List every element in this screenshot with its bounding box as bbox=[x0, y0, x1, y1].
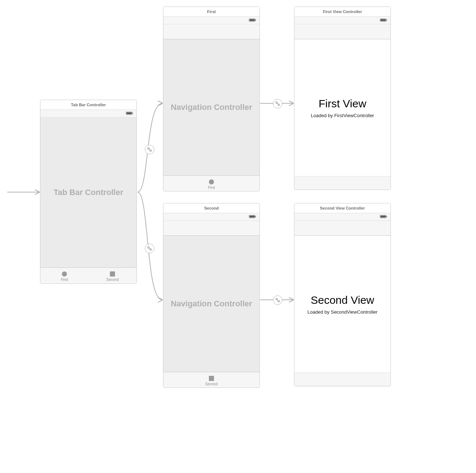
scene-second-view[interactable]: Second View Controller Second View Loade… bbox=[294, 203, 391, 386]
status-bar bbox=[163, 17, 259, 24]
storyboard-canvas[interactable]: Tab Bar Controller Tab Bar Controller Fi… bbox=[0, 0, 476, 473]
circle-icon bbox=[209, 179, 214, 185]
controller-body: Tab Bar Controller bbox=[40, 118, 136, 267]
controller-body: Navigation Controller bbox=[163, 236, 259, 372]
tab-item-second[interactable]: Second bbox=[88, 268, 136, 284]
scene-title: First View Controller bbox=[294, 7, 390, 17]
tab-bar-placeholder bbox=[294, 176, 390, 190]
svg-rect-22 bbox=[255, 20, 256, 21]
battery-icon bbox=[380, 19, 388, 22]
tab-bar: First bbox=[163, 175, 259, 191]
svg-rect-26 bbox=[255, 216, 256, 217]
svg-line-14 bbox=[277, 300, 278, 301]
battery-icon bbox=[380, 215, 388, 219]
svg-rect-33 bbox=[386, 216, 387, 217]
tab-bar-placeholder bbox=[294, 373, 390, 386]
svg-line-5 bbox=[149, 149, 150, 150]
view-body: First View Loaded by FirstViewController bbox=[294, 39, 390, 176]
svg-rect-16 bbox=[127, 112, 132, 114]
segue-badge[interactable] bbox=[145, 244, 154, 253]
tab-bar: Second bbox=[163, 372, 259, 388]
scene-title: Second bbox=[163, 203, 259, 213]
battery-icon bbox=[249, 215, 257, 219]
tab-item-first[interactable]: First bbox=[204, 176, 218, 191]
status-bar bbox=[40, 110, 136, 118]
svg-rect-25 bbox=[250, 216, 255, 218]
svg-point-18 bbox=[62, 271, 67, 277]
controller-body: Navigation Controller bbox=[163, 39, 259, 175]
view-heading: Second View bbox=[311, 294, 374, 306]
scene-title: Tab Bar Controller bbox=[40, 100, 136, 110]
square-icon bbox=[110, 271, 115, 277]
svg-line-11 bbox=[277, 103, 278, 104]
scene-nav-second[interactable]: Second Navigation Controller Second bbox=[163, 203, 260, 388]
scene-nav-first[interactable]: First Navigation Controller First bbox=[163, 7, 260, 191]
svg-rect-21 bbox=[250, 19, 255, 21]
svg-rect-29 bbox=[381, 19, 386, 21]
tab-label: First bbox=[61, 278, 68, 282]
tab-label: First bbox=[208, 186, 215, 190]
svg-line-8 bbox=[149, 248, 150, 249]
navigation-bar bbox=[294, 24, 390, 39]
segue-badge[interactable] bbox=[145, 145, 154, 154]
status-bar bbox=[163, 213, 259, 221]
svg-rect-30 bbox=[386, 20, 387, 21]
view-subtitle: Loaded by SecondViewController bbox=[308, 309, 378, 315]
scene-tab-bar-controller[interactable]: Tab Bar Controller Tab Bar Controller Fi… bbox=[40, 100, 137, 284]
battery-icon bbox=[126, 112, 134, 115]
circle-icon bbox=[62, 271, 67, 277]
segue-badge[interactable] bbox=[273, 295, 282, 305]
svg-rect-32 bbox=[381, 216, 386, 218]
view-body: Second View Loaded by SecondViewControll… bbox=[294, 236, 390, 373]
svg-point-23 bbox=[209, 179, 214, 184]
scene-first-view[interactable]: First View Controller First View Loaded … bbox=[294, 7, 391, 190]
tab-bar: First Second bbox=[40, 267, 136, 284]
status-bar bbox=[294, 213, 390, 221]
navigation-bar bbox=[163, 24, 259, 39]
tab-label: Second bbox=[205, 382, 218, 386]
view-subtitle: Loaded by FirstViewController bbox=[311, 113, 374, 118]
battery-icon bbox=[249, 19, 257, 22]
tab-item-first[interactable]: First bbox=[40, 268, 88, 284]
square-icon bbox=[209, 375, 214, 381]
navigation-bar bbox=[294, 221, 390, 236]
scene-title: First bbox=[163, 7, 259, 17]
svg-rect-19 bbox=[110, 271, 115, 277]
tab-item-second[interactable]: Second bbox=[202, 372, 221, 388]
scene-title: Second View Controller bbox=[294, 203, 390, 213]
svg-rect-27 bbox=[209, 376, 214, 381]
segue-badge[interactable] bbox=[273, 99, 282, 108]
tab-label: Second bbox=[106, 278, 119, 282]
svg-rect-17 bbox=[132, 113, 133, 114]
status-bar bbox=[294, 17, 390, 24]
navigation-bar bbox=[163, 221, 259, 236]
view-heading: First View bbox=[318, 98, 366, 110]
